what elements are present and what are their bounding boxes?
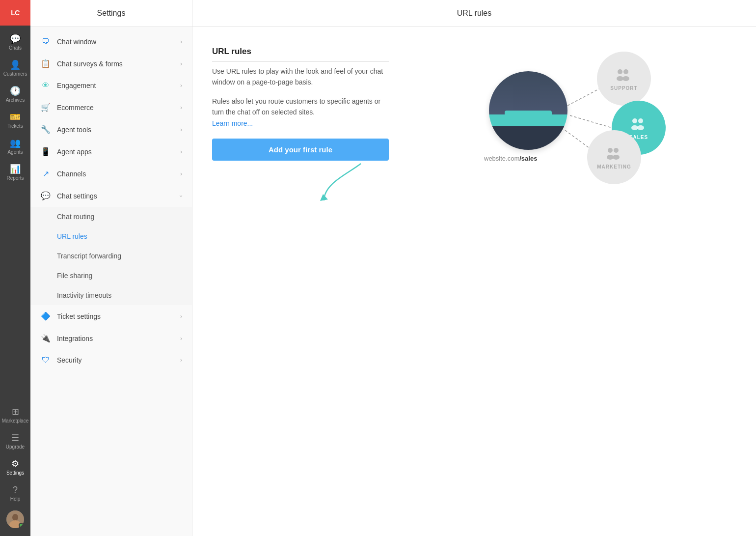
svg-point-9 (617, 76, 623, 81)
engagement-icon: 👁 (40, 81, 51, 90)
agent-tools-label: Agent tools (57, 126, 174, 134)
settings-item-integrations[interactable]: 🔌 Integrations › (30, 327, 192, 349)
settings-item-engagement[interactable]: 👁 Engagement › (30, 75, 192, 96)
settings-item-agent-apps[interactable]: 📱 Agent apps › (30, 141, 192, 163)
sidebar-item-marketplace[interactable]: ⊞ Marketplace (0, 402, 30, 428)
logo-text: LC (11, 9, 20, 17)
marketing-circle: MARKETING (587, 130, 641, 184)
chevron-right-icon: › (180, 60, 182, 67)
url-rules-description2: Rules also let you route customers to sp… (212, 96, 389, 129)
circle-teal-stripe (489, 114, 567, 126)
main-header: URL rules (192, 0, 756, 27)
app-logo[interactable]: LC (0, 0, 30, 26)
url-rules-content: URL rules Use URL rules to play with the… (212, 47, 389, 161)
svg-point-8 (623, 69, 628, 74)
chevron-right-icon: › (180, 170, 182, 177)
sidebar-item-settings[interactable]: ⚙ Settings (0, 454, 30, 480)
channels-icon: ↗ (40, 169, 51, 178)
sidebar-item-customers[interactable]: 👤 Customers (0, 56, 30, 82)
svg-point-17 (607, 155, 614, 160)
sidebar-item-agents[interactable]: 👥 Agents (0, 134, 30, 160)
sub-item-transcript-forwarding[interactable]: Transcript forwarding (30, 246, 192, 266)
agent-apps-label: Agent apps (57, 148, 174, 156)
chat-window-icon: 🗨 (40, 37, 51, 46)
sub-item-file-sharing[interactable]: File sharing (30, 266, 192, 285)
tickets-icon: 🎫 (10, 113, 21, 121)
settings-item-ticket-settings[interactable]: 🔷 Ticket settings › (30, 305, 192, 327)
settings-item-chat-window[interactable]: 🗨 Chat window › (30, 31, 192, 53)
sidebar-item-archives[interactable]: 🕐 Archives (0, 82, 30, 108)
ticket-settings-icon: 🔷 (40, 311, 51, 321)
sub-item-chat-routing[interactable]: Chat routing (30, 207, 192, 226)
integrations-label: Integrations (57, 335, 174, 342)
sidebar-item-upgrade[interactable]: ☰ Upgrade (0, 428, 30, 454)
sidebar-item-help[interactable]: ? Help (0, 480, 30, 507)
settings-item-chat-surveys[interactable]: 📋 Chat surveys & forms › (30, 53, 192, 75)
illustration-container: website.com/sales SUPPORT (479, 52, 666, 189)
svg-point-1 (12, 514, 18, 521)
svg-point-16 (614, 148, 619, 153)
settings-item-agent-tools[interactable]: 🔧 Agent tools › (30, 118, 192, 141)
nav-items: 💬 Chats 👤 Customers 🕐 Archives 🎫 Tickets… (0, 26, 30, 402)
marketplace-label: Marketplace (2, 418, 28, 423)
main-website-circle (489, 71, 567, 150)
marketing-agents-icon (605, 145, 623, 161)
url-label: website.com/sales (484, 155, 537, 162)
chevron-down-icon: › (178, 195, 185, 197)
svg-marker-3 (320, 194, 328, 201)
avatar-online-dot (19, 523, 24, 528)
chevron-right-icon: › (180, 38, 182, 45)
circle-top-section (489, 71, 567, 114)
settings-icon: ⚙ (11, 459, 19, 468)
ticket-settings-label: Ticket settings (57, 312, 174, 320)
customers-label: Customers (3, 71, 27, 77)
settings-panel: Settings 🗨 Chat window › 📋 Chat surveys … (30, 0, 192, 536)
svg-point-12 (638, 118, 643, 123)
settings-item-chat-settings[interactable]: 💬 Chat settings › (30, 185, 192, 207)
chevron-right-icon: › (180, 104, 182, 111)
url-rules-title: URL rules (212, 47, 389, 62)
upgrade-label: Upgrade (6, 444, 25, 450)
sub-item-url-rules[interactable]: URL rules (30, 226, 192, 246)
svg-point-18 (613, 155, 620, 160)
agents-label: Agents (7, 149, 23, 155)
security-label: Security (57, 356, 174, 364)
settings-label: Settings (6, 470, 24, 476)
svg-point-7 (618, 69, 622, 74)
reports-label: Reports (6, 175, 24, 181)
chevron-right-icon: › (180, 126, 182, 133)
support-agents-icon (615, 67, 633, 83)
agent-tools-icon: 🔧 (40, 125, 51, 134)
settings-nav: 🗨 Chat window › 📋 Chat surveys & forms ›… (30, 27, 192, 536)
settings-panel-header: Settings (30, 0, 192, 27)
archives-label: Archives (6, 97, 25, 103)
chevron-right-icon: › (180, 357, 182, 364)
sub-item-inactivity-timeouts[interactable]: Inactivity timeouts (30, 285, 192, 305)
url-rules-description1: Use URL rules to play with the look and … (212, 66, 389, 88)
settings-item-security[interactable]: 🛡 Security › (30, 349, 192, 371)
avatar[interactable] (6, 510, 24, 528)
svg-point-15 (608, 148, 613, 153)
security-icon: 🛡 (40, 356, 51, 365)
svg-line-5 (570, 115, 612, 128)
main-body: URL rules Use URL rules to play with the… (192, 27, 756, 536)
agents-icon: 👥 (10, 139, 21, 147)
sidebar-item-reports[interactable]: 📊 Reports (0, 160, 30, 186)
upgrade-icon: ☰ (11, 433, 19, 442)
integrations-icon: 🔌 (40, 334, 51, 343)
chevron-right-icon: › (180, 335, 182, 342)
chevron-right-icon: › (180, 82, 182, 89)
settings-item-channels[interactable]: ↗ Channels › (30, 163, 192, 185)
sidebar-item-tickets[interactable]: 🎫 Tickets (0, 108, 30, 134)
chevron-right-icon: › (180, 313, 182, 320)
sidebar-item-chats[interactable]: 💬 Chats (0, 29, 30, 56)
tickets-label: Tickets (7, 123, 23, 129)
support-circle: SUPPORT (597, 52, 651, 106)
svg-point-14 (637, 125, 644, 130)
help-icon: ? (13, 485, 18, 494)
settings-item-ecommerce[interactable]: 🛒 Ecommerce › (30, 96, 192, 118)
learn-more-link[interactable]: Learn more... (212, 119, 253, 127)
channels-label: Channels (57, 170, 174, 178)
chat-settings-icon: 💬 (40, 191, 51, 200)
sales-agents-icon (630, 116, 648, 132)
